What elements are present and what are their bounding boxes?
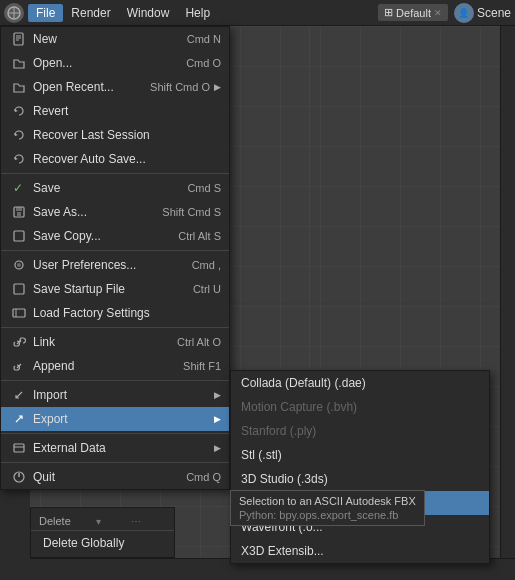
save-shortcut: Cmd S (187, 182, 221, 194)
menu-item-import[interactable]: Import ▶ (1, 383, 229, 407)
open-recent-icon (9, 78, 29, 96)
new-shortcut: Cmd N (187, 33, 221, 45)
menu-item-save-as[interactable]: Save As... Shift Cmd S (1, 200, 229, 224)
menu-render[interactable]: Render (63, 4, 118, 22)
save-icon: ✓ (9, 179, 29, 197)
menubar-right: ⊞ Default ✕ 👤 Scene (378, 3, 511, 23)
collada-label: Collada (Default) (.dae) (241, 376, 366, 390)
import-icon (9, 386, 29, 404)
save-copy-label: Save Copy... (33, 229, 178, 243)
file-dropdown: New Cmd N Open... Cmd O Open Recent... S… (0, 26, 230, 490)
append-shortcut: Shift F1 (183, 360, 221, 372)
stanford-label: Stanford (.ply) (241, 424, 316, 438)
menu-item-save-startup[interactable]: Save Startup File Ctrl U (1, 277, 229, 301)
svg-rect-10 (14, 231, 24, 241)
delete-globally-label: Delete Globally (43, 536, 124, 550)
recover-auto-icon (9, 150, 29, 168)
delete-globally-item[interactable]: Delete Globally (31, 533, 174, 553)
sep-4 (1, 380, 229, 381)
export-3ds[interactable]: 3D Studio (.3ds) (231, 467, 489, 491)
export-x3d[interactable]: X3D Extensib... (231, 539, 489, 563)
save-startup-shortcut: Ctrl U (193, 283, 221, 295)
user-prefs-label: User Preferences... (33, 258, 192, 272)
append-label: Append (33, 359, 183, 373)
menu-item-open[interactable]: Open... Cmd O (1, 51, 229, 75)
sep-1 (1, 173, 229, 174)
revert-icon (9, 102, 29, 120)
svg-point-12 (17, 263, 21, 267)
quit-shortcut: Cmd Q (186, 471, 221, 483)
menu-item-external-data[interactable]: External Data ▶ (1, 436, 229, 460)
svg-rect-16 (14, 444, 24, 452)
delete-panel-toggle[interactable]: ▾ (96, 516, 101, 527)
quit-label: Quit (33, 470, 186, 484)
menu-item-user-prefs[interactable]: User Preferences... Cmd , (1, 253, 229, 277)
menu-file[interactable]: File (28, 4, 63, 22)
recover-last-icon (9, 126, 29, 144)
delete-panel-dots[interactable]: ⋯ (131, 516, 141, 527)
open-icon (9, 54, 29, 72)
save-as-shortcut: Shift Cmd S (162, 206, 221, 218)
export-icon (9, 410, 29, 428)
menu-window[interactable]: Window (119, 4, 178, 22)
menu-item-recover-auto[interactable]: Recover Auto Save... (1, 147, 229, 171)
svg-rect-8 (16, 207, 22, 211)
sep-3 (1, 327, 229, 328)
link-shortcut: Ctrl Alt O (177, 336, 221, 348)
save-startup-icon (9, 280, 29, 298)
tooltip-python: Python: bpy.ops.export_scene.fb (239, 509, 416, 521)
scene-selector[interactable]: 👤 Scene (454, 3, 511, 23)
menu-item-open-recent[interactable]: Open Recent... Shift Cmd O ▶ (1, 75, 229, 99)
menu-item-append[interactable]: Append Shift F1 (1, 354, 229, 378)
menu-item-revert[interactable]: Revert (1, 99, 229, 123)
save-label: Save (33, 181, 187, 195)
save-as-icon (9, 203, 29, 221)
revert-label: Revert (33, 104, 221, 118)
menu-item-export[interactable]: Export ▶ (1, 407, 229, 431)
svg-rect-3 (14, 33, 23, 45)
export-motion-capture: Motion Capture (.bvh) (231, 395, 489, 419)
load-factory-label: Load Factory Settings (33, 306, 221, 320)
link-label: Link (33, 335, 177, 349)
import-arrow: ▶ (214, 390, 221, 400)
3ds-label: 3D Studio (.3ds) (241, 472, 328, 486)
menu-item-recover-last[interactable]: Recover Last Session (1, 123, 229, 147)
menu-item-save[interactable]: ✓ Save Cmd S (1, 176, 229, 200)
save-copy-icon (9, 227, 29, 245)
menu-item-quit[interactable]: Quit Cmd Q (1, 465, 229, 489)
view-label: Default (396, 7, 431, 19)
export-stl[interactable]: Stl (.stl) (231, 443, 489, 467)
menu-item-link[interactable]: Link Ctrl Alt O (1, 330, 229, 354)
svg-rect-9 (17, 212, 21, 216)
link-icon (9, 333, 29, 351)
open-recent-label: Open Recent... (33, 80, 150, 94)
import-label: Import (33, 388, 214, 402)
menu-item-save-copy[interactable]: Save Copy... Ctrl Alt S (1, 224, 229, 248)
svg-rect-13 (14, 284, 24, 294)
menubar: File Render Window Help ⊞ Default ✕ 👤 Sc… (0, 0, 515, 26)
open-recent-shortcut: Shift Cmd O (150, 81, 210, 93)
export-arrow: ▶ (214, 414, 221, 424)
delete-panel-title: Delete (39, 515, 71, 527)
new-icon (9, 30, 29, 48)
menu-item-new[interactable]: New Cmd N (1, 27, 229, 51)
menu-help[interactable]: Help (177, 4, 218, 22)
load-factory-icon (9, 304, 29, 322)
view-preset[interactable]: ⊞ Default ✕ (378, 4, 448, 21)
open-shortcut: Cmd O (186, 57, 221, 69)
save-as-label: Save As... (33, 205, 162, 219)
sep-2 (1, 250, 229, 251)
external-data-arrow: ▶ (214, 443, 221, 453)
recover-last-label: Recover Last Session (33, 128, 221, 142)
open-label: Open... (33, 56, 186, 70)
tooltip: Selection to an ASCII Autodesk FBX Pytho… (230, 490, 425, 526)
menu-item-load-factory[interactable]: Load Factory Settings (1, 301, 229, 325)
export-collada[interactable]: Collada (Default) (.dae) (231, 371, 489, 395)
right-panel (500, 26, 515, 558)
scene-label: Scene (477, 6, 511, 20)
new-label: New (33, 32, 187, 46)
motion-capture-label: Motion Capture (.bvh) (241, 400, 357, 414)
export-label: Export (33, 412, 214, 426)
export-submenu: Collada (Default) (.dae) Motion Capture … (230, 370, 490, 564)
save-copy-shortcut: Ctrl Alt S (178, 230, 221, 242)
